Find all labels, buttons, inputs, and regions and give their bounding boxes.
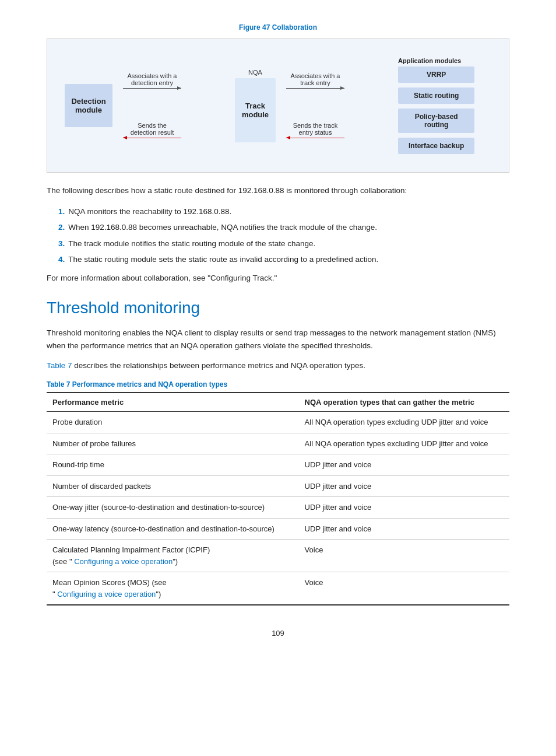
- table-7-link[interactable]: Table 7: [47, 361, 72, 370]
- vrrp-box: VRRP: [398, 66, 474, 83]
- metric-one-way-latency: One-way latency (source-to-destination a…: [47, 518, 299, 540]
- op-probe-duration: All NQA operation types excluding UDP ji…: [299, 412, 509, 433]
- sends-track-label: Sends the trackentry status: [293, 122, 337, 136]
- right-arrows: Associates with atrack entry Sends the t…: [280, 72, 350, 139]
- step-2: 2.When 192.168.0.88 becomes unreachable,…: [58, 221, 509, 234]
- voice-op-link-1[interactable]: Configuring a voice operation: [74, 557, 173, 566]
- step-3-text: The track module notifies the static rou…: [68, 239, 315, 248]
- body-paragraph-2: describes the relationships between perf…: [72, 361, 366, 370]
- voice-op-link-2[interactable]: Configuring a voice operation: [57, 590, 156, 598]
- op-icpif: Voice: [299, 540, 509, 572]
- table-body: Probe duration All NQA operation types e…: [47, 412, 509, 606]
- step-3-num: 3.: [58, 239, 65, 248]
- step-2-num: 2.: [58, 223, 65, 232]
- op-probe-failures: All NQA operation types excluding UDP ji…: [299, 433, 509, 454]
- body-paragraph-1: Threshold monitoring enables the NQA cli…: [47, 327, 509, 353]
- metric-probe-failures: Number of probe failures: [47, 433, 299, 454]
- rev-arrow-1: [123, 138, 181, 138]
- page-number: 109: [47, 629, 509, 638]
- table-row: Number of probe failures All NQA operati…: [47, 433, 509, 454]
- steps-list: 1.NQA monitors the reachability to 192.1…: [58, 205, 509, 266]
- rev-arrow-2: [286, 138, 344, 138]
- step-3: 3.The track module notifies the static r…: [58, 237, 509, 250]
- metric-one-way-jitter: One-way jitter (source-to-destination an…: [47, 497, 299, 519]
- app-modules-label: Application modules: [398, 57, 461, 64]
- table-caption: Table 7 Performance metrics and NQA oper…: [47, 380, 509, 388]
- left-arrows: Associates with adetection entry Sends t…: [117, 72, 187, 139]
- page: Figure 47 Collaboration Detectionmodule …: [0, 0, 556, 673]
- static-routing-box: Static routing: [398, 88, 474, 104]
- assoc-track-label: Associates with atrack entry: [291, 72, 340, 86]
- performance-metrics-table: Performance metric NQA operation types t…: [47, 392, 509, 606]
- info-text: For more information about collaboration…: [47, 272, 509, 285]
- op-mos: Voice: [299, 572, 509, 606]
- sends-detection-arrow: Sends thedetection result: [123, 122, 181, 139]
- nqa-side-label: NQA: [248, 69, 262, 76]
- intro-text: The following describes how a static rou…: [47, 184, 509, 197]
- table-row: Mean Opinion Scores (MOS) (see" Configur…: [47, 572, 509, 606]
- step-4-text: The static routing module sets the stati…: [68, 255, 378, 264]
- threshold-monitoring-heading: Threshold monitoring: [47, 299, 509, 317]
- op-discarded-packets: UDP jitter and voice: [299, 475, 509, 497]
- table-row: Calculated Planning Impairment Factor (I…: [47, 540, 509, 572]
- assoc-detection-arrow: Associates with adetection entry: [123, 72, 181, 89]
- assoc-track-arrow: Associates with atrack entry: [286, 72, 344, 89]
- table-row: One-way latency (source-to-destination a…: [47, 518, 509, 540]
- op-one-way-jitter: UDP jitter and voice: [299, 497, 509, 519]
- fwd-arrow-1: [123, 88, 181, 89]
- metric-icpif: Calculated Planning Impairment Factor (I…: [47, 540, 299, 572]
- metric-round-trip: Round-trip time: [47, 454, 299, 476]
- col-header-metric: Performance metric: [47, 393, 299, 412]
- step-1: 1.NQA monitors the reachability to 192.1…: [58, 205, 509, 218]
- detection-module-label: Detectionmodule: [71, 97, 105, 114]
- policy-based-routing-box: Policy-basedrouting: [398, 108, 474, 133]
- assoc-detection-label: Associates with adetection entry: [128, 72, 177, 86]
- sends-detection-label: Sends thedetection result: [131, 122, 174, 136]
- step-1-num: 1.: [58, 207, 65, 216]
- diagram-container: Detectionmodule Associates with adetecti…: [47, 38, 509, 173]
- track-module-box: Trackmodule: [235, 78, 276, 142]
- metric-discarded-packets: Number of discarded packets: [47, 475, 299, 497]
- detection-module-box: Detectionmodule: [65, 84, 112, 127]
- op-round-trip: UDP jitter and voice: [299, 454, 509, 476]
- step-4-num: 4.: [58, 255, 65, 264]
- app-modules-panel: Application modules VRRP Static routing …: [398, 57, 491, 154]
- table-header-row: Performance metric NQA operation types t…: [47, 393, 509, 412]
- table-row: Probe duration All NQA operation types e…: [47, 412, 509, 433]
- diagram-inner: Detectionmodule Associates with adetecti…: [65, 57, 491, 154]
- table-row: One-way jitter (source-to-destination an…: [47, 497, 509, 519]
- step-4: 4.The static routing module sets the sta…: [58, 253, 509, 266]
- metric-mos: Mean Opinion Scores (MOS) (see" Configur…: [47, 572, 299, 606]
- step-1-text: NQA monitors the reachability to 192.168…: [68, 207, 231, 216]
- fwd-arrow-2: [286, 88, 344, 89]
- op-one-way-latency: UDP jitter and voice: [299, 518, 509, 540]
- step-2-text: When 192.168.0.88 becomes unreachable, N…: [68, 223, 377, 232]
- table-reference-text: Table 7 describes the relationships betw…: [47, 359, 509, 372]
- interface-backup-box: Interface backup: [398, 138, 474, 154]
- figure-label: Figure 47 Collaboration: [47, 23, 509, 32]
- table-row: Number of discarded packets UDP jitter a…: [47, 475, 509, 497]
- sends-track-arrow: Sends the trackentry status: [286, 122, 344, 139]
- col-header-operation-types: NQA operation types that can gather the …: [299, 393, 509, 412]
- metric-probe-duration: Probe duration: [47, 412, 299, 433]
- table-row: Round-trip time UDP jitter and voice: [47, 454, 509, 476]
- track-module-label: Trackmodule: [242, 102, 269, 119]
